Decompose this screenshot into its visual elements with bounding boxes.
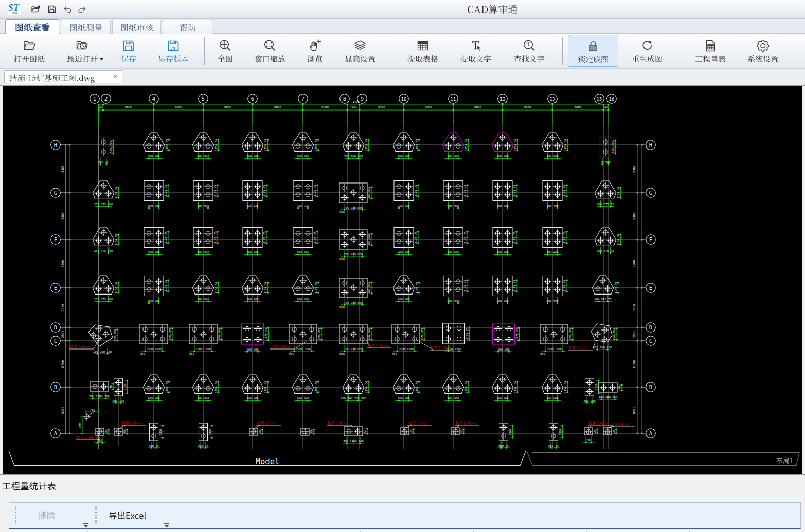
save-button[interactable] — [112, 35, 146, 67]
svg-text:1175 25: 1175 25 — [313, 231, 316, 243]
find-text-button[interactable] — [505, 35, 554, 67]
svg-text:900 900: 900 900 — [568, 328, 571, 340]
svg-text:1175 25: 1175 25 — [313, 185, 316, 196]
toolbar-drag-handle[interactable] — [95, 507, 97, 524]
svg-text:B: B — [649, 384, 652, 390]
undo-icon[interactable] — [63, 5, 72, 14]
svg-text:900 900: 900 900 — [197, 155, 209, 158]
ribbon-tab-bar — [0, 19, 805, 34]
svg-text:1175 25: 1175 25 — [515, 328, 518, 340]
svg-text:1150 50: 1150 50 — [165, 139, 168, 151]
svg-text:1150 50: 1150 50 — [314, 139, 317, 151]
svg-text:700: 700 — [78, 423, 81, 428]
svg-text:8300: 8300 — [632, 165, 636, 173]
svg-text:900 900: 900 900 — [447, 251, 459, 254]
svg-text:1175 25: 1175 25 — [513, 185, 516, 196]
panel-divider — [0, 494, 805, 494]
svg-text:8300: 8300 — [378, 106, 385, 109]
document-tab-bar: × — [0, 69, 805, 86]
close-icon[interactable]: × — [113, 71, 118, 82]
svg-text:1150 50: 1150 50 — [115, 233, 118, 245]
svg-text:900 900: 900 900 — [496, 155, 508, 158]
export-dropdown-icon[interactable] — [164, 521, 170, 527]
svg-text:250 375 900: 250 375 900 — [94, 249, 113, 252]
bottom-panel — [0, 475, 805, 532]
svg-text:850: 850 — [339, 352, 345, 355]
boq-table-button[interactable] — [686, 35, 735, 67]
button-label — [738, 54, 788, 64]
svg-text:900 900: 900 900 — [297, 155, 309, 158]
svg-text:1175 25: 1175 25 — [164, 231, 167, 243]
tab-drawing-measure[interactable] — [61, 20, 111, 34]
svg-text:700 920 850: 700 920 850 — [344, 253, 363, 256]
svg-text:25: 25 — [104, 430, 108, 434]
save-icon[interactable] — [47, 5, 57, 14]
svg-text:900 75: 900 75 — [149, 444, 159, 447]
svg-text:850: 850 — [339, 258, 345, 261]
extract-table-button[interactable] — [398, 35, 448, 67]
delete-button[interactable] — [39, 511, 55, 521]
svg-text:A: A — [54, 430, 58, 436]
extract-text-button[interactable] — [451, 35, 500, 67]
svg-text:900 900: 900 900 — [218, 328, 221, 340]
export-excel-button[interactable] — [109, 511, 147, 522]
svg-text:8600: 8600 — [61, 360, 64, 368]
svg-text:D: D — [649, 324, 652, 331]
regenerate-button[interactable] — [622, 35, 672, 67]
svg-text:850: 850 — [189, 352, 194, 355]
table-column-separator — [689, 530, 690, 532]
svg-text:850: 850 — [140, 352, 145, 355]
pan-button[interactable] — [298, 35, 332, 67]
svg-text:1175 25: 1175 25 — [563, 231, 566, 243]
svg-text:6: 6 — [251, 96, 254, 102]
svg-text:1150 50: 1150 50 — [464, 381, 468, 393]
redo-icon[interactable] — [78, 5, 87, 14]
svg-text:2500: 2500 — [61, 330, 64, 338]
document-tab[interactable]: × — [4, 70, 122, 83]
tab-help[interactable] — [163, 20, 212, 34]
svg-text:1400: 1400 — [350, 106, 357, 109]
title-bar: ST cad — [0, 0, 805, 19]
table-column-separator — [87, 530, 88, 532]
tab-label — [113, 23, 160, 33]
svg-text:900 900: 900 900 — [246, 155, 258, 158]
svg-text:25: 25 — [612, 430, 615, 433]
svg-text:100 750 130: 100 750 130 — [93, 350, 112, 353]
svg-text:1175 25: 1175 25 — [264, 328, 267, 340]
svg-text:900 900: 900 900 — [368, 233, 371, 245]
open-file-icon[interactable] — [31, 5, 40, 14]
button-label — [451, 54, 500, 64]
svg-text:525 225: 525 225 — [110, 141, 113, 153]
svg-text:1150 50: 1150 50 — [514, 381, 517, 393]
svg-text:1150: 1150 — [509, 428, 512, 435]
layer-visibility-button[interactable] — [335, 35, 385, 67]
zoom-extents-button[interactable] — [208, 35, 242, 67]
cad-canvas[interactable]: 1245678910111213151690090009000900090008… — [3, 86, 802, 474]
tab-drawing-view[interactable] — [5, 19, 59, 34]
delete-dropdown-icon[interactable] — [83, 521, 89, 527]
svg-text:900 900: 900 900 — [148, 299, 159, 302]
svg-text:1150 50: 1150 50 — [314, 381, 317, 393]
svg-text:1175 25: 1175 25 — [414, 185, 417, 196]
svg-text:1150: 1150 — [159, 428, 162, 435]
recent-open-button[interactable] — [58, 35, 107, 67]
svg-text:4: 4 — [152, 96, 155, 102]
svg-text:900 900: 900 900 — [496, 299, 508, 302]
lock-base-drawing-button[interactable] — [568, 35, 618, 67]
zoom-extents-icon — [218, 39, 232, 53]
tab-drawing-review[interactable] — [112, 20, 161, 34]
svg-text:850: 850 — [289, 352, 294, 355]
system-settings-button[interactable] — [738, 35, 788, 67]
ribbon-separator — [562, 37, 563, 65]
save-as-version-button[interactable] — [149, 35, 198, 67]
toolbar-drag-handle[interactable] — [15, 507, 16, 524]
zoom-window-icon — [263, 39, 277, 53]
svg-text:900 900: 900 900 — [148, 204, 159, 207]
svg-text:1150 50: 1150 50 — [115, 282, 118, 293]
svg-text:400 900: 400 900 — [398, 251, 409, 254]
open-drawing-button[interactable] — [5, 35, 54, 67]
svg-text:1150 50: 1150 50 — [617, 233, 620, 245]
svg-text:1150 50: 1150 50 — [415, 282, 418, 293]
svg-text:1150 50: 1150 50 — [214, 381, 218, 393]
zoom-window-button[interactable] — [245, 35, 295, 67]
